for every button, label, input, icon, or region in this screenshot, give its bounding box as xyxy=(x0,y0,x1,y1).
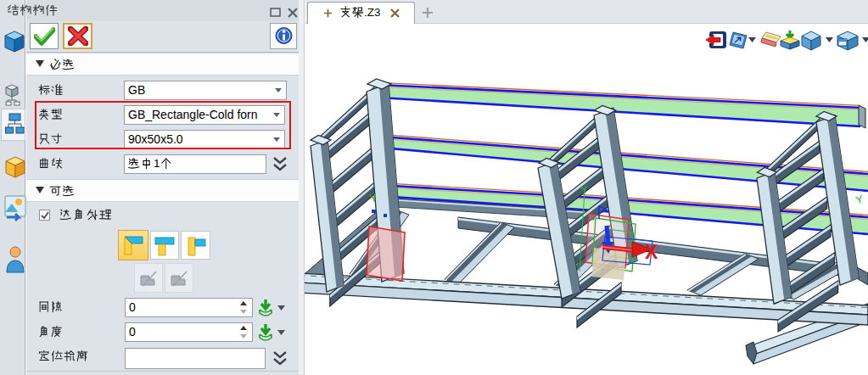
svg-text:X: X xyxy=(645,241,658,263)
svg-text:Y: Y xyxy=(854,193,865,207)
